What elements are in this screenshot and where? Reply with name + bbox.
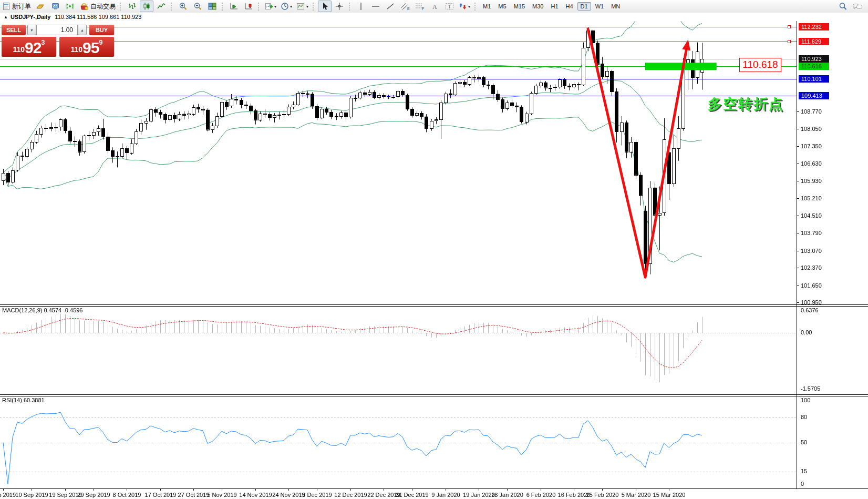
toolbar-grip: [349, 3, 351, 11]
terminal-button[interactable]: [48, 1, 62, 12]
autotrade-icon: [79, 2, 89, 11]
svg-text:T: T: [448, 4, 451, 9]
timeframe-button-D1[interactable]: D1: [577, 2, 591, 11]
buy-button[interactable]: BUY: [89, 25, 114, 35]
buy-price-button[interactable]: 110959: [59, 37, 114, 57]
new-order-button[interactable]: 新订单: [1, 1, 33, 12]
crosshair-icon: [335, 2, 344, 11]
toolbar-grip: [171, 3, 173, 11]
timeframe-button-M15[interactable]: M15: [511, 2, 528, 11]
new-order-icon: [2, 2, 11, 11]
timeframe-button-M30[interactable]: M30: [529, 2, 546, 11]
timeframe-button-H4[interactable]: H4: [563, 2, 576, 11]
buy-price-big: 95: [82, 40, 99, 55]
periods-icon: [281, 2, 289, 11]
svg-text:A: A: [432, 3, 437, 11]
dropdown-caret-icon: ▾: [290, 4, 292, 9]
svg-text:F: F: [422, 7, 424, 11]
main-toolbar: 新订单 自动交易 ▾ ▾: [0, 0, 868, 13]
buy-price-prefix: 110: [70, 44, 82, 55]
fibo-icon: F: [415, 2, 425, 11]
sell-price-button[interactable]: 110923: [2, 37, 56, 57]
cursor-icon: [321, 2, 328, 11]
shapes-button[interactable]: ▾: [457, 1, 472, 12]
chart-ohlc-values: 110.384 111.586 109.661 110.923: [55, 14, 141, 20]
zoom-in-icon: [179, 2, 188, 11]
one-click-trading-panel: SELL ▼ ▲ BUY 110923 110959: [2, 25, 114, 57]
text-label-button[interactable]: T: [442, 1, 456, 12]
signals-button[interactable]: [63, 1, 77, 12]
toolbar-grip: [474, 3, 477, 11]
timeframe-button-MN[interactable]: MN: [608, 2, 623, 11]
vertical-line-button[interactable]: [354, 1, 368, 12]
toolbar-grip: [258, 3, 260, 11]
autotrade-button[interactable]: 自动交易: [78, 1, 117, 12]
bar-chart-icon: [128, 2, 136, 11]
shapes-icon: [459, 2, 467, 11]
line-chart-button[interactable]: [154, 1, 168, 12]
indicators-button[interactable]: ▾: [263, 1, 278, 12]
chart-canvas[interactable]: [0, 21, 868, 499]
trendline-icon: [386, 2, 395, 11]
text-label-icon: T: [445, 2, 454, 11]
vline-icon: [358, 2, 364, 11]
gold-icon: [36, 2, 45, 11]
tile-windows-icon: [208, 2, 216, 11]
chart-shift-icon: [244, 2, 253, 11]
timeframe-button-H1[interactable]: H1: [547, 2, 561, 11]
zoom-out-icon: [193, 2, 202, 11]
zoom-in-button[interactable]: [176, 1, 190, 12]
toolbar-grip: [222, 3, 224, 11]
dropdown-caret-icon: ▾: [306, 4, 308, 9]
chat-button[interactable]: [851, 1, 864, 12]
tile-windows-button[interactable]: [205, 1, 219, 12]
channel-button[interactable]: E: [398, 1, 412, 12]
sell-price-prefix: 110: [13, 44, 25, 55]
chart-title-row: ▲ USDJPY-,Daily 110.384 111.586 109.661 …: [0, 13, 868, 21]
chart-symbol-title: USDJPY-,Daily: [11, 14, 50, 20]
hline-icon: [371, 2, 380, 11]
toolbar-grip: [313, 3, 315, 11]
templates-button[interactable]: ▾: [295, 1, 310, 12]
timeframe-group: M1M5M15M30H1H4D1W1MN: [479, 2, 624, 11]
dropdown-caret-icon: ▾: [468, 4, 470, 9]
periods-button[interactable]: ▾: [279, 1, 294, 12]
bar-chart-button[interactable]: [125, 1, 139, 12]
rsi-label: RSI(14) 60.3881: [2, 397, 45, 403]
gold-button[interactable]: [34, 1, 47, 12]
autoscroll-icon: [230, 2, 239, 11]
sell-button[interactable]: SELL: [2, 25, 26, 35]
text-icon: A: [431, 2, 438, 11]
fib-level-label[interactable]: 110.618: [739, 58, 781, 72]
timeframe-button-W1[interactable]: W1: [592, 2, 607, 11]
buy-price-pip: 9: [99, 39, 102, 46]
templates-icon: [296, 2, 305, 11]
autoscroll-button[interactable]: [227, 1, 241, 12]
volume-increase-button[interactable]: ▲: [78, 25, 87, 35]
search-button[interactable]: [836, 1, 850, 12]
trendline-button[interactable]: [384, 1, 397, 12]
signals-icon: [66, 2, 75, 11]
timeframe-button-M5[interactable]: M5: [495, 2, 509, 11]
line-chart-icon: [157, 2, 166, 11]
collapse-icon[interactable]: ▲: [4, 15, 8, 19]
volume-input[interactable]: [36, 25, 78, 35]
cursor-button[interactable]: [318, 1, 332, 12]
new-order-label: 新订单: [12, 2, 31, 11]
search-icon: [839, 2, 848, 11]
chart-shift-button[interactable]: [242, 1, 255, 12]
macd-label: MACD(12,26,9) 0.4574 -0.4596: [2, 307, 82, 313]
dropdown-caret-icon: ▾: [274, 4, 276, 9]
candlestick-icon: [142, 2, 151, 11]
candlestick-button[interactable]: [140, 1, 153, 12]
text-button[interactable]: A: [428, 1, 441, 12]
zoom-out-button[interactable]: [191, 1, 204, 12]
channel-icon: E: [400, 2, 410, 11]
fibonacci-button[interactable]: F: [413, 1, 427, 12]
horizontal-line-button[interactable]: [369, 1, 383, 12]
timeframe-button-M1[interactable]: M1: [480, 2, 494, 11]
volume-decrease-button[interactable]: ▼: [27, 25, 36, 35]
svg-text:E: E: [407, 7, 410, 11]
crosshair-button[interactable]: [333, 1, 346, 12]
turning-point-label[interactable]: 多空转折点: [708, 95, 784, 114]
